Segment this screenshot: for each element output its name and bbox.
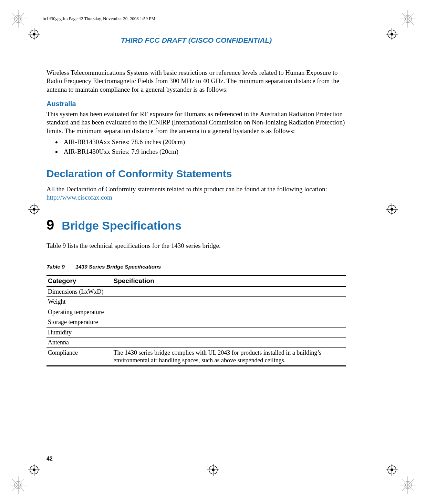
crop-target-icon	[28, 203, 40, 215]
heading-doc: Declaration of Conformity Statements	[46, 168, 346, 180]
crop-mark-icon	[0, 209, 28, 209]
list-item: AIR-BR1430Axx Series: 78.6 inches (200cm…	[62, 137, 346, 147]
registration-mark-icon	[10, 476, 27, 494]
crop-target-icon	[386, 464, 398, 476]
crop-mark-icon	[398, 209, 426, 209]
table-header-specification: Specification	[112, 275, 346, 286]
crop-target-icon	[386, 203, 398, 215]
svg-point-47	[391, 208, 393, 211]
svg-point-39	[391, 468, 393, 471]
australia-paragraph: This system has been evaluated for RF ex…	[46, 110, 346, 135]
table-row: Humidity	[46, 327, 346, 337]
list-item: AIR-BR1430Uxx Series: 7.9 inches (20cm)	[62, 147, 346, 157]
cell-category: Operating temperature	[46, 307, 112, 317]
svg-point-43	[33, 208, 35, 211]
page-header-path: br1430gsg.fm Page 42 Thursday, November …	[41, 16, 157, 21]
crop-mark-icon	[34, 0, 34, 28]
table-row: Operating temperature	[46, 307, 346, 317]
chapter-heading: 9 Bridge Specifications	[46, 217, 346, 233]
svg-point-51	[212, 468, 215, 471]
crop-target-icon	[28, 28, 40, 40]
ciscofax-link[interactable]: http://www.ciscofax.com	[46, 194, 112, 201]
chapter-lead: Table 9 lists the technical specificatio…	[46, 242, 346, 250]
table-header-category: Category	[46, 275, 112, 286]
registration-mark-icon	[10, 10, 27, 28]
chapter-number: 9	[46, 217, 54, 233]
cell-spec	[112, 297, 346, 307]
chapter-title: Bridge Specifications	[62, 219, 181, 232]
crop-mark-icon	[392, 476, 392, 504]
crop-mark-icon	[34, 476, 34, 504]
crop-mark-icon	[392, 0, 392, 28]
cell-spec	[112, 317, 346, 327]
table-row: Dimensions (LxWxD)	[46, 286, 346, 297]
table-row: Antenna	[46, 337, 346, 348]
table-label: Table 9	[46, 264, 74, 270]
cell-spec	[112, 327, 346, 337]
crop-mark-icon	[213, 476, 213, 504]
svg-point-35	[33, 468, 35, 471]
cell-category: Dimensions (LxWxD)	[46, 286, 112, 297]
table-row: Storage temperature	[46, 317, 346, 327]
cell-spec: The 1430 series bridge complies with UL …	[112, 347, 346, 366]
draft-banner: THIRD FCC DRAFT (CISCO CONFIDENTIAL)	[46, 36, 346, 44]
cell-spec	[112, 307, 346, 317]
cell-spec	[112, 337, 346, 348]
table-caption: Table 9 1430 Series Bridge Specification…	[46, 264, 346, 270]
doc-paragraph: All the Declaration of Conformity statem…	[46, 185, 346, 202]
doc-para-text: All the Declaration of Conformity statem…	[46, 185, 327, 193]
cell-category: Storage temperature	[46, 317, 112, 327]
cell-category: Compliance	[46, 347, 112, 366]
intro-paragraph: Wireless Telecommunications Systems with…	[46, 69, 346, 94]
table-row: Weight	[46, 297, 346, 307]
heading-australia: Australia	[46, 100, 346, 108]
svg-point-27	[33, 33, 35, 36]
registration-mark-icon	[399, 10, 416, 28]
page-number: 42	[46, 456, 53, 462]
cell-category: Weight	[46, 297, 112, 307]
table-title: 1430 Series Bridge Specifications	[75, 264, 161, 270]
cell-category: Humidity	[46, 327, 112, 337]
cell-category: Antenna	[46, 337, 112, 348]
crop-target-icon	[386, 28, 398, 40]
crop-mark-icon	[398, 470, 426, 470]
crop-mark-icon	[0, 34, 28, 34]
australia-bullet-list: AIR-BR1430Axx Series: 78.6 inches (200cm…	[46, 137, 346, 157]
table-row: ComplianceThe 1430 series bridge complie…	[46, 347, 346, 366]
page-content: THIRD FCC DRAFT (CISCO CONFIDENTIAL) Wir…	[46, 36, 346, 366]
crop-mark-icon	[0, 470, 28, 470]
specifications-table: Category Specification Dimensions (LxWxD…	[46, 275, 346, 366]
crop-mark-icon	[398, 34, 426, 34]
crop-target-icon	[207, 464, 219, 476]
cell-spec	[112, 286, 346, 297]
crop-target-icon	[28, 464, 40, 476]
registration-mark-icon	[399, 476, 416, 494]
svg-point-31	[391, 33, 393, 36]
page-header-rule	[34, 22, 193, 22]
